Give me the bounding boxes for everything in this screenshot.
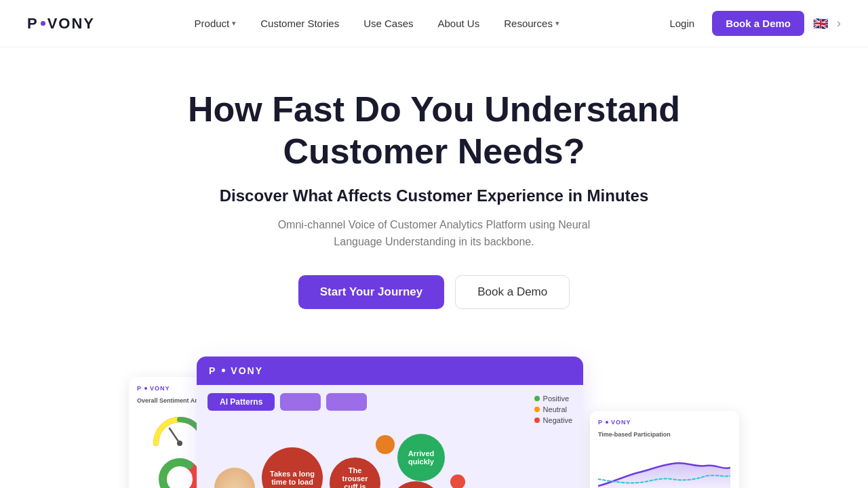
neutral-dot	[534, 407, 540, 412]
legend-neutral: Neutral	[534, 405, 572, 413]
dashboard-logo-vony: VONY	[231, 365, 263, 376]
hero-buttons: Start Your Journey Book a Demo	[14, 275, 854, 309]
nav-book-demo-button[interactable]: Book a Demo	[712, 11, 804, 36]
logo: P VONY	[27, 15, 95, 33]
bubble-chart: Takes a long time to load The trouser cu…	[208, 420, 519, 488]
person-image	[208, 447, 262, 488]
dashboard-tabs: AI Patterns	[208, 393, 572, 411]
bubble-orange	[376, 435, 395, 454]
language-selector[interactable]: 🇬🇧	[811, 17, 830, 30]
hero-headline: How Fast Do You Understand Customer Need…	[163, 88, 705, 173]
start-journey-button[interactable]: Start Your Journey	[298, 275, 444, 309]
tab-3[interactable]	[326, 393, 367, 411]
nav-use-cases[interactable]: Use Cases	[354, 12, 422, 35]
navbar: P VONY Product ▾ Customer Stories Use Ca…	[0, 0, 868, 47]
hero-section: How Fast Do You Understand Customer Need…	[0, 47, 868, 357]
nav-resources[interactable]: Resources ▾	[494, 12, 569, 35]
bubble-load-time: Takes a long time to load	[262, 447, 323, 488]
svg-point-4	[163, 462, 197, 488]
line-chart	[598, 442, 730, 488]
bubble-no-warranty: No warranty certificate	[389, 481, 442, 488]
positive-dot	[534, 396, 540, 401]
dashboard-logo: P	[209, 365, 216, 376]
tab-ai-patterns[interactable]: AI Patterns	[208, 393, 275, 411]
right-participation-card: P VONY Time-based Participation	[590, 411, 739, 488]
nav-about-us[interactable]: About Us	[429, 12, 490, 35]
svg-point-1	[177, 441, 182, 446]
tab-2[interactable]	[280, 393, 321, 411]
nav-more-icon[interactable]: ›	[837, 16, 841, 30]
nav-product[interactable]: Product ▾	[185, 12, 246, 35]
negative-dot	[534, 418, 540, 423]
login-button[interactable]: Login	[658, 12, 705, 35]
nav-links: Product ▾ Customer Stories Use Cases Abo…	[185, 12, 569, 35]
bubble-arrived-quickly: Arrived quickly	[397, 434, 445, 481]
right-card-title: Time-based Participation	[598, 431, 731, 438]
dashboard-preview: P VONY Overall Sentiment Analysis	[129, 357, 739, 488]
nav-customer-stories[interactable]: Customer Stories	[251, 12, 349, 35]
hero-subheadline: Discover What Affects Customer Experienc…	[14, 186, 854, 205]
dash-logo-dot	[222, 369, 225, 372]
logo-vony: VONY	[47, 15, 95, 33]
dashboard-body: AI Patterns Positive Neutral Negative	[197, 385, 583, 488]
product-chevron-icon: ▾	[232, 19, 236, 28]
chart-legend: Positive Neutral Negative	[534, 394, 572, 424]
legend-positive: Positive	[534, 394, 572, 403]
bubble-small-red	[450, 474, 465, 488]
logo-text: P	[27, 15, 39, 33]
legend-negative: Negative	[534, 416, 572, 424]
nav-right: Login Book a Demo 🇬🇧 ›	[658, 11, 841, 36]
dashboard-header: P VONY	[197, 357, 583, 385]
main-dashboard: P VONY AI Patterns Positive Neutral	[197, 357, 583, 488]
resources-chevron-icon: ▾	[555, 19, 559, 28]
logo-dot	[41, 21, 45, 26]
hero-description: Omni-channel Voice of Customer Analytics…	[271, 216, 597, 251]
bubble-trouser-cuff: The trouser cuff is wide	[330, 458, 380, 488]
hero-book-demo-button[interactable]: Book a Demo	[455, 275, 570, 309]
